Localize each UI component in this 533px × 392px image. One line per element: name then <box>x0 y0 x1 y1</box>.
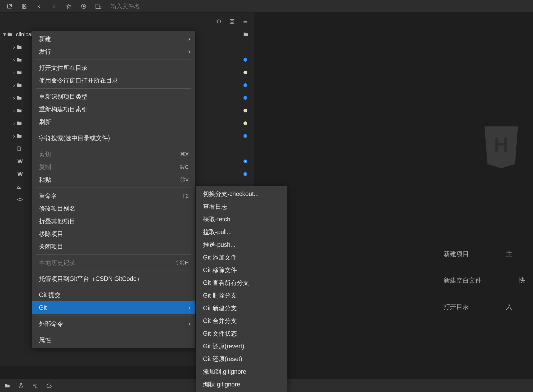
menu-item[interactable]: 重命名F2 <box>32 189 195 202</box>
git-submenu-item[interactable]: Git 合并分支 <box>196 314 287 327</box>
menu-separator <box>36 130 191 130</box>
menu-item[interactable]: 外部命令› <box>32 317 195 330</box>
menu-item[interactable]: 发行› <box>32 45 195 58</box>
run-icon[interactable] <box>76 0 91 13</box>
svg-point-10 <box>35 386 37 388</box>
file-icon: <> <box>16 196 24 203</box>
svg-text:H: H <box>494 133 509 156</box>
preview-icon[interactable] <box>91 0 106 13</box>
menu-item[interactable]: 关闭项目 <box>32 240 195 253</box>
git-submenu-item[interactable]: 切换分支-checkout... <box>196 188 287 200</box>
menu-separator <box>36 60 191 60</box>
menu-separator <box>36 88 191 89</box>
menu-item[interactable]: 托管项目到Git平台（CSDN GitCode） <box>32 272 195 285</box>
git-submenu-item[interactable]: 编辑.gitignore <box>196 378 287 391</box>
menu-item[interactable]: Git› <box>32 301 195 314</box>
status-dot-icon <box>243 58 247 62</box>
back-icon[interactable] <box>32 0 47 13</box>
file-icon: W <box>16 171 24 177</box>
context-menu-main[interactable]: 新建›发行›打开文件所在目录使用命令行窗口打开所在目录重新识别项目类型重新构建项… <box>32 31 195 348</box>
welcome-open-dir[interactable]: 打开目录 <box>444 303 469 311</box>
status-filemanager-icon[interactable] <box>2 383 13 389</box>
import-icon[interactable] <box>2 0 17 13</box>
status-search-icon[interactable] <box>30 383 40 389</box>
folder-icon <box>16 95 24 101</box>
svg-rect-5 <box>230 20 234 24</box>
chevron-right-icon: › <box>188 35 190 43</box>
menu-separator <box>36 287 191 287</box>
forward-icon[interactable] <box>47 0 61 13</box>
welcome-r3: 入 <box>506 303 512 311</box>
folder-icon <box>16 57 24 63</box>
menu-shortcut: ⌘C <box>180 164 189 170</box>
menu-item: 复制⌘C <box>32 161 195 173</box>
chevron-right-icon: › <box>188 48 190 55</box>
git-submenu-item[interactable]: 查看日志 <box>196 200 287 213</box>
git-submenu-item[interactable]: 获取-fetch <box>196 213 287 226</box>
git-submenu-item[interactable]: Git 还原(revert) <box>196 340 287 353</box>
menu-separator <box>36 271 191 271</box>
menu-item[interactable]: 重新构建项目索引 <box>32 103 195 116</box>
menu-item[interactable]: 移除项目 <box>32 227 195 240</box>
git-submenu-item[interactable]: 推送-push... <box>196 238 287 251</box>
context-menu-git[interactable]: 切换分支-checkout...查看日志获取-fetch拉取-pull...推送… <box>196 186 287 392</box>
git-submenu-item[interactable]: 拉取-pull... <box>196 226 287 238</box>
welcome-new-project[interactable]: 新建项目 <box>444 250 469 258</box>
menu-separator <box>36 332 191 332</box>
menu-icon[interactable] <box>239 15 252 28</box>
menu-item[interactable]: 重新识别项目类型 <box>32 90 195 103</box>
file-icon: W <box>16 158 24 165</box>
menu-separator <box>36 316 191 316</box>
menu-item[interactable]: 修改项目别名 <box>32 202 195 215</box>
status-untracked-icon: ? <box>243 172 247 176</box>
menu-item[interactable]: 粘贴⌘V <box>32 173 195 186</box>
folder-icon <box>16 44 24 50</box>
status-cloud-icon[interactable] <box>43 383 54 389</box>
star-icon[interactable] <box>61 0 76 13</box>
save-icon[interactable] <box>17 0 32 13</box>
status-dot-icon <box>243 121 247 125</box>
collapse-icon[interactable] <box>225 15 239 28</box>
git-submenu-item[interactable]: 添加到.gitignore <box>196 365 287 378</box>
menu-item[interactable]: 刷新 <box>32 116 195 128</box>
menu-item[interactable]: 打开文件所在目录 <box>32 61 195 74</box>
filename-search-placeholder[interactable]: 输入文件名 <box>108 1 140 12</box>
status-dot-icon <box>243 109 247 112</box>
svg-rect-6 <box>231 20 233 22</box>
menu-shortcut: F2 <box>183 193 189 199</box>
menu-shortcut: ⌘X <box>180 151 189 157</box>
menu-item[interactable]: 折叠其他项目 <box>32 215 195 227</box>
menu-item[interactable]: 字符搜索(选中目录或文件) <box>32 132 195 144</box>
menu-item[interactable]: 使用命令行窗口打开所在目录 <box>32 74 195 87</box>
menu-item[interactable]: Git 提交 <box>32 289 195 301</box>
folder-end-icon <box>243 31 249 37</box>
menu-separator <box>36 146 191 146</box>
chevron-right-icon: › <box>188 320 190 327</box>
folder-icon <box>7 31 14 37</box>
git-submenu-item[interactable]: Git 查看所有分支 <box>196 276 287 289</box>
menu-shortcut: ⌘V <box>180 176 189 183</box>
git-submenu-item[interactable]: Git 添加文件 <box>196 251 287 264</box>
menu-item[interactable]: 属性 <box>32 334 195 346</box>
status-dot-icon <box>243 83 247 87</box>
welcome-new-file[interactable]: 新建空白文件 <box>444 276 482 285</box>
git-submenu-item[interactable]: Git 新建分支 <box>196 302 287 314</box>
menu-item[interactable]: 新建› <box>32 33 195 45</box>
git-submenu-item[interactable]: Git 文件状态 <box>196 327 287 340</box>
git-submenu-item[interactable]: Git 删除分支 <box>196 289 287 302</box>
menu-separator <box>36 188 191 188</box>
file-icon <box>16 146 24 152</box>
sidebar-toolbar <box>0 15 254 28</box>
status-dot-icon <box>243 71 247 74</box>
folder-icon <box>16 133 24 139</box>
status-flask-icon[interactable] <box>16 383 26 389</box>
folder-icon <box>16 82 24 88</box>
welcome-r2: 快 <box>519 276 525 285</box>
status-untracked-icon: ? <box>243 159 247 163</box>
welcome-actions: 新建项目 主 新建空白文件 快 打开目录 入 <box>444 241 525 320</box>
folder-icon <box>16 70 24 75</box>
svg-point-4 <box>217 20 220 23</box>
git-submenu-item[interactable]: Git 还原(reset) <box>196 353 287 365</box>
locate-icon[interactable] <box>212 15 225 28</box>
git-submenu-item[interactable]: Git 移除文件 <box>196 264 287 276</box>
